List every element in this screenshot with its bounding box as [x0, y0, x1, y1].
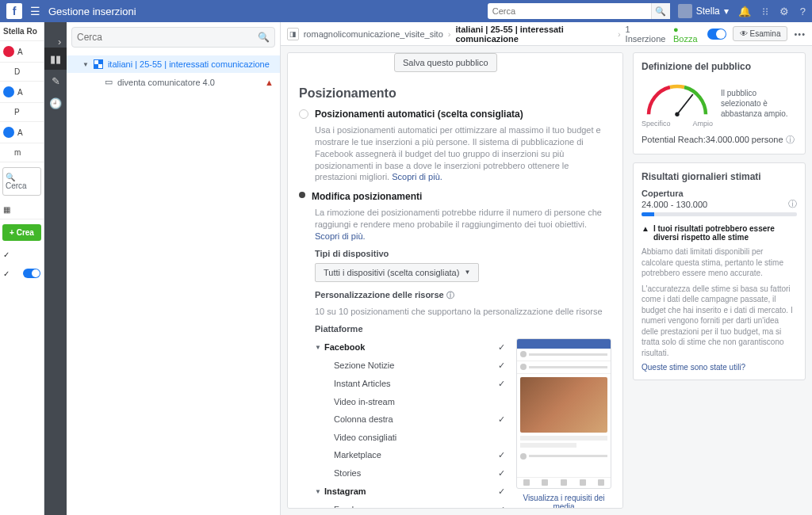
results-warning: ▲I tuoi risultati potrebbero essere dive…	[642, 224, 797, 242]
warning-icon: ▲	[642, 224, 649, 242]
auto-desc: Usa i posizionamenti automatici per otti…	[315, 124, 611, 183]
global-search[interactable]: 🔍	[488, 3, 670, 19]
examine-button[interactable]: 👁 Esamina	[733, 26, 788, 41]
auto-label: Posizionamenti automatici (scelta consig…	[315, 109, 523, 120]
create-button[interactable]: + Crea	[2, 224, 41, 241]
page-title: Gestione inserzioni	[48, 6, 136, 17]
campaign-row-1[interactable]: A	[0, 41, 44, 63]
main-panel: ◨ romagnolicomunicazione_visite_sito › i…	[281, 22, 812, 515]
settings-icon[interactable]: ⚙	[779, 6, 789, 17]
left-search[interactable]: 🔍 Cerca	[2, 167, 41, 196]
save-audience-button[interactable]: Salva questo pubblico	[394, 53, 497, 72]
caret-down-icon: ▼	[82, 61, 89, 68]
collapse-icon[interactable]: ›	[44, 25, 67, 48]
check-row-1[interactable]: ✓	[0, 246, 44, 264]
fb-marketplace[interactable]: Marketplace✓	[315, 446, 505, 464]
fb-stories[interactable]: Stories✓	[315, 464, 505, 483]
fb-suggested[interactable]: Video consigliati	[315, 429, 505, 446]
resource-label: Personalizzazione delle risorse ⓘ	[315, 290, 611, 301]
form-area: Salva questo pubblico Posizionamento Pos…	[287, 52, 623, 509]
campaign-row-6[interactable]: m	[0, 143, 44, 162]
warning-desc: Abbiamo dati limitati disponibili per ca…	[642, 246, 797, 279]
platforms-label: Piattaforme	[315, 324, 611, 334]
search-icon: 🔍	[258, 32, 270, 43]
gauge-specific: Specifico	[642, 120, 671, 128]
account-name[interactable]: Stella Ro	[0, 22, 44, 41]
clock-icon[interactable]: 🕘	[44, 92, 67, 114]
edit-placement-option[interactable]: Modifica posizionamenti	[299, 191, 611, 202]
edit-desc: La rimozione dei posizionamenti potrebbe…	[315, 207, 611, 242]
right-sidebar: Definizione del pubblico	[633, 52, 806, 509]
svg-point-1	[675, 113, 679, 116]
gauge-broad: Ampio	[692, 120, 713, 128]
coverage-label: Copertura	[642, 189, 797, 198]
chevron-icon: ›	[618, 29, 621, 39]
search-icon[interactable]: 🔍	[651, 3, 670, 19]
facebook-logo[interactable]: f	[6, 3, 22, 19]
gauge-desc: Il pubblico selezionato è abbastanza amp…	[721, 88, 797, 119]
help-icon[interactable]: ?	[800, 6, 806, 17]
bc-campaign[interactable]: romagnolicomunicazione_visite_sito	[304, 29, 443, 39]
panel-toggle-icon[interactable]: ◨	[287, 28, 299, 40]
bc-count[interactable]: 1 Inserzione	[626, 25, 668, 44]
mobile-mockup	[516, 338, 611, 489]
fb-rightcol[interactable]: Colonna destra✓	[315, 410, 505, 429]
topbar-icons: 🔔 ⁝⁝ ⚙ ?	[738, 6, 806, 17]
platform-list: ▼Facebook✓ Sezione Notizie✓ Instant Arti…	[315, 338, 505, 509]
radio-on[interactable]	[299, 192, 305, 198]
tree-panel: 🔍 ▼ italiani | 25-55 | interessati comun…	[67, 22, 281, 515]
toggle-on[interactable]	[23, 269, 40, 278]
card-title: Definizione del pubblico	[642, 61, 797, 72]
draft-toggle[interactable]	[707, 29, 726, 40]
campaign-row-3[interactable]: A	[0, 82, 44, 103]
global-search-input[interactable]	[488, 6, 651, 16]
platform-instagram[interactable]: ▼Instagram✓	[315, 483, 505, 501]
tree-search-input[interactable]	[77, 32, 258, 43]
daily-results-card: Risultati giornalieri stimati Copertura …	[633, 162, 806, 380]
audience-definition-card: Definizione del pubblico	[633, 52, 806, 154]
auto-placement-option[interactable]: Posizionamenti automatici (scelta consig…	[299, 109, 611, 120]
apps-icon[interactable]: ⁝⁝	[762, 6, 768, 17]
more-icon[interactable]: •••	[794, 29, 806, 39]
check-icon: ✓	[498, 342, 505, 353]
accuracy-desc: L'accuratezza delle stime si basa su fat…	[642, 284, 797, 359]
chevron-down-icon: ▾	[724, 6, 729, 17]
campaign-row-5[interactable]: A	[0, 122, 44, 143]
platform-facebook[interactable]: ▼Facebook✓	[315, 338, 505, 357]
ig-feed[interactable]: Feed✓	[315, 501, 505, 509]
grid-icon[interactable]: ▦	[0, 200, 44, 219]
adset-icon	[94, 59, 103, 69]
pencil-icon[interactable]: ✎	[44, 70, 67, 92]
tree-adset[interactable]: ▼ italiani | 25-55 | interessati comunic…	[67, 55, 280, 73]
device-label: Tipi di dispositivo	[315, 249, 611, 258]
radio-off[interactable]	[299, 109, 308, 119]
hamburger-icon[interactable]: ☰	[30, 5, 40, 17]
fb-feed[interactable]: Sezione Notizie✓	[315, 357, 505, 375]
section-title: Posizionamento	[299, 86, 611, 101]
campaign-row-2[interactable]: D	[0, 63, 44, 82]
fb-instream[interactable]: Video in-stream	[315, 393, 505, 410]
media-requirements-link[interactable]: Visualizza i requisiti dei media	[516, 494, 611, 509]
learn-more-link[interactable]: Scopri di più.	[392, 172, 442, 181]
vertical-icon-rail: › ▮▮ ✎ 🕘	[44, 22, 67, 515]
notifications-icon[interactable]: 🔔	[738, 6, 751, 17]
coverage-value: 24.000 - 130.000ⓘ	[642, 198, 797, 210]
user-name: Stella	[696, 6, 720, 17]
gauge-meter	[642, 78, 713, 118]
learn-more-link[interactable]: Scopri di più.	[315, 231, 366, 241]
feedback-link[interactable]: Queste stime sono state utili?	[642, 363, 797, 372]
tree-ad[interactable]: ▭ diventa comunicatore 4.0 ▲	[67, 73, 280, 91]
tree-adset-label: italiani | 25-55 | interessati comunicaz…	[108, 59, 270, 69]
info-icon: ⓘ	[788, 198, 797, 210]
bc-adset[interactable]: italiani | 25-55 | interessati comunicaz…	[455, 25, 612, 44]
info-icon: ⓘ	[446, 291, 454, 299]
device-dropdown[interactable]: Tutti i dispositivi (scelta consigliata)…	[315, 263, 479, 282]
user-menu[interactable]: Stella ▾	[678, 4, 729, 18]
tree-search[interactable]: 🔍	[71, 27, 275, 48]
fb-instant[interactable]: Instant Articles✓	[315, 375, 505, 393]
check-row-2[interactable]: ✓	[0, 264, 44, 283]
campaign-row-4[interactable]: P	[0, 103, 44, 122]
chart-icon[interactable]: ▮▮	[44, 48, 67, 70]
chevron-icon: ›	[448, 29, 451, 39]
ad-icon: ▭	[105, 77, 113, 87]
